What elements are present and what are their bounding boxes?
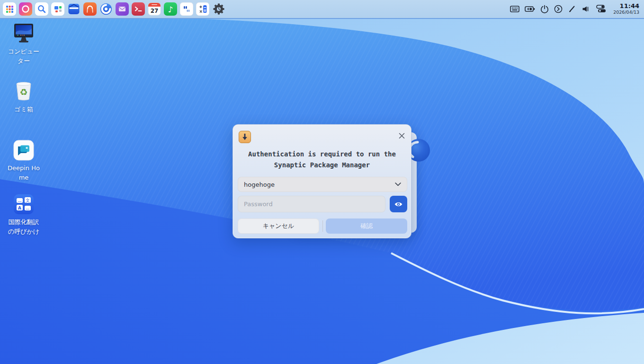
auth-dialog: Authentication is required to run the Sy… <box>233 124 411 238</box>
desktop-icon-label: Deepin Home <box>6 164 41 182</box>
widgets-icon[interactable] <box>51 2 64 16</box>
dialog-title-line2: Synaptic Package Manager <box>233 160 411 171</box>
show-password-button[interactable] <box>390 196 407 212</box>
calendar-icon[interactable]: 27 <box>148 2 161 16</box>
uos-ai-icon[interactable] <box>19 2 32 16</box>
desktop-icon-trash[interactable]: ♻ ゴミ箱 <box>1 80 46 114</box>
voice-notes-icon[interactable] <box>180 2 193 16</box>
clock[interactable]: 11:44 2026/04/13 <box>613 3 639 15</box>
tray-expand-icon[interactable] <box>554 5 563 13</box>
desktop-screen: コンピューター ♻ ゴミ箱 Deepin Home ... 文 <box>0 0 644 364</box>
desktop-icon-computer[interactable]: コンピューター <box>1 23 46 66</box>
trash-icon: ♻ <box>13 80 35 102</box>
grand-search-icon[interactable] <box>35 2 48 16</box>
svg-text:...: ... <box>26 207 30 210</box>
quick-settings-icon[interactable] <box>596 5 606 13</box>
onscreen-keyboard-icon[interactable] <box>510 5 519 13</box>
cancel-button[interactable]: キャンセル <box>238 218 319 234</box>
file-manager-icon[interactable] <box>67 2 80 16</box>
dialog-title-line1: Authentication is required to run the <box>233 149 411 160</box>
volume-icon[interactable] <box>581 5 590 13</box>
desktop-icon-i18n-translation[interactable]: ... 文 A ... 国際化翻訳の呼びかけ <box>1 193 46 237</box>
terminal-icon[interactable] <box>132 2 145 16</box>
password-input[interactable] <box>238 196 385 212</box>
mail-icon[interactable] <box>116 2 129 16</box>
svg-text:♻: ♻ <box>19 87 27 97</box>
computer-icon <box>11 23 36 45</box>
button-divider <box>322 220 323 232</box>
browser-icon[interactable] <box>99 2 113 16</box>
svg-text:♪: ♪ <box>168 5 173 14</box>
clock-date: 2026/04/13 <box>613 10 639 15</box>
system-tray: 11:44 2026/04/13 <box>510 3 644 15</box>
power-icon[interactable] <box>540 5 549 13</box>
desktop-icon-label: コンピューター <box>6 47 41 66</box>
dock: 27 ♪ <box>0 2 225 16</box>
user-dropdown-value: hogehoge <box>244 181 275 188</box>
clock-time: 11:44 <box>620 3 639 10</box>
desktop-icon-deepin-home[interactable]: Deepin Home <box>1 139 46 182</box>
chevron-down-icon <box>395 182 401 186</box>
music-icon[interactable]: ♪ <box>164 2 177 16</box>
svg-text:27: 27 <box>151 8 159 14</box>
calculator-icon[interactable] <box>196 2 209 16</box>
battery-icon[interactable] <box>525 6 535 12</box>
synaptic-package-manager-icon <box>239 131 251 143</box>
screen-annotate-icon[interactable] <box>568 5 576 13</box>
dialog-title: Authentication is required to run the Sy… <box>233 149 411 171</box>
close-icon[interactable] <box>396 130 407 141</box>
user-dropdown[interactable]: hogehoge <box>238 177 407 192</box>
confirm-button[interactable]: 確認 <box>326 218 407 234</box>
app-store-icon[interactable] <box>83 2 97 16</box>
eye-icon <box>394 200 403 208</box>
svg-text:文: 文 <box>26 198 30 203</box>
svg-text:...: ... <box>18 199 22 203</box>
desktop-icon-label: ゴミ箱 <box>14 105 33 114</box>
control-center-icon[interactable] <box>212 2 225 16</box>
launcher-icon[interactable] <box>3 2 16 16</box>
taskbar: 27 ♪ <box>0 0 644 19</box>
desktop-icon-label: 国際化翻訳の呼びかけ <box>6 218 41 237</box>
deepin-home-icon <box>13 139 35 161</box>
i18n-translation-icon: ... 文 A ... <box>13 193 35 215</box>
svg-text:A: A <box>18 205 22 210</box>
